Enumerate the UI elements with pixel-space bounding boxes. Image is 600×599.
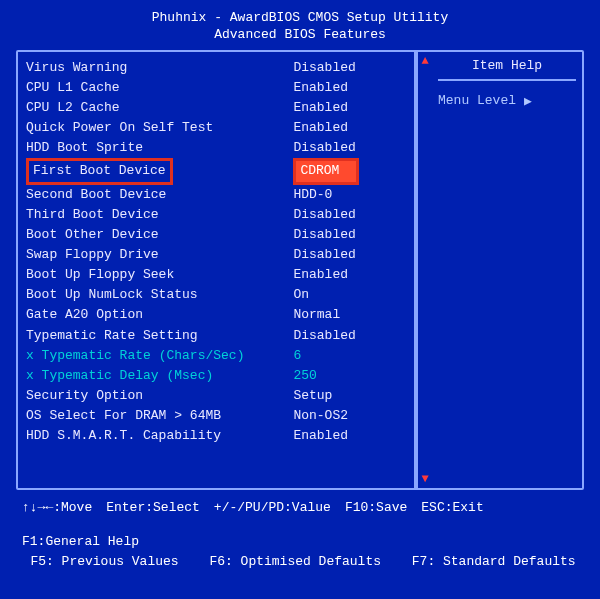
help-panel: Item Help Menu Level ▶: [432, 52, 582, 488]
setting-label: Boot Up Floppy Seek: [26, 265, 263, 285]
setting-label: Second Boot Device: [26, 185, 263, 205]
setting-label: CPU L1 Cache: [26, 78, 263, 98]
hint-exit: ESC:Exit: [421, 498, 483, 518]
scrollbar[interactable]: ▲ ▼: [416, 52, 432, 488]
setting-label: HDD Boot Sprite: [26, 138, 263, 158]
setting-label: Gate A20 Option: [26, 305, 263, 325]
hint-standard-defaults: F7: Standard Defaults: [412, 552, 576, 572]
setting-label: Security Option: [26, 386, 263, 406]
setting-value[interactable]: Disabled: [293, 225, 408, 245]
scroll-up-icon[interactable]: ▲: [418, 54, 432, 68]
setting-label: OS Select For DRAM > 64MB: [26, 406, 263, 426]
setting-row[interactable]: Boot Other DeviceDisabled: [26, 225, 408, 245]
setting-label: Boot Up NumLock Status: [26, 285, 263, 305]
item-help-heading: Item Help: [438, 58, 576, 81]
settings-list[interactable]: Virus WarningDisabledCPU L1 CacheEnabled…: [18, 52, 416, 488]
bios-title: Phuhnix - AwardBIOS CMOS Setup Utility A…: [16, 10, 584, 44]
hint-save: F10:Save: [345, 498, 407, 518]
setting-row[interactable]: HDD S.M.A.R.T. CapabilityEnabled: [26, 426, 408, 446]
setting-row[interactable]: Boot Up Floppy SeekEnabled: [26, 265, 408, 285]
setting-value[interactable]: Disabled: [293, 205, 408, 225]
menu-level: Menu Level ▶: [438, 93, 576, 109]
hint-value: +/-/PU/PD:Value: [214, 498, 331, 518]
setting-label: Swap Floppy Drive: [26, 245, 263, 265]
setting-label: First Boot Device: [26, 158, 263, 184]
setting-value[interactable]: Enabled: [293, 78, 408, 98]
footer-hints: ↑↓→←:Move Enter:Select +/-/PU/PD:Value F…: [16, 498, 584, 572]
bios-title-line1: Phuhnix - AwardBIOS CMOS Setup Utility: [16, 10, 584, 27]
setting-value[interactable]: Setup: [293, 386, 408, 406]
setting-label: Third Boot Device: [26, 205, 263, 225]
setting-label: HDD S.M.A.R.T. Capability: [26, 426, 263, 446]
main-panel: Virus WarningDisabledCPU L1 CacheEnabled…: [16, 50, 584, 490]
setting-value[interactable]: HDD-0: [293, 185, 408, 205]
hint-select: Enter:Select: [106, 498, 200, 518]
setting-label: Quick Power On Self Test: [26, 118, 263, 138]
setting-row[interactable]: OS Select For DRAM > 64MBNon-OS2: [26, 406, 408, 426]
hint-move: ↑↓→←:Move: [22, 498, 92, 518]
setting-row[interactable]: Typematic Rate SettingDisabled: [26, 326, 408, 346]
setting-label: CPU L2 Cache: [26, 98, 263, 118]
setting-value[interactable]: CDROM: [293, 158, 408, 184]
setting-value[interactable]: Normal: [293, 305, 408, 325]
setting-label: Boot Other Device: [26, 225, 263, 245]
setting-value[interactable]: Non-OS2: [293, 406, 408, 426]
setting-label: Typematic Delay (Msec): [26, 366, 263, 386]
setting-label: Typematic Rate (Chars/Sec): [26, 346, 263, 366]
hint-optimised-defaults: F6: Optimised Defaults: [209, 552, 381, 572]
setting-value[interactable]: Enabled: [293, 118, 408, 138]
menu-level-arrow-icon: ▶: [524, 93, 532, 109]
setting-value[interactable]: On: [293, 285, 408, 305]
setting-value[interactable]: Disabled: [293, 326, 408, 346]
scroll-down-icon[interactable]: ▼: [418, 472, 432, 486]
setting-row[interactable]: Gate A20 OptionNormal: [26, 305, 408, 325]
setting-row[interactable]: First Boot DeviceCDROM: [26, 158, 408, 184]
setting-value[interactable]: Disabled: [293, 58, 408, 78]
setting-label: Typematic Rate Setting: [26, 326, 263, 346]
setting-row[interactable]: Typematic Delay (Msec)250: [26, 366, 408, 386]
hint-help: F1:General Help: [22, 532, 139, 552]
setting-value[interactable]: Enabled: [293, 265, 408, 285]
setting-row[interactable]: Third Boot DeviceDisabled: [26, 205, 408, 225]
setting-value[interactable]: Disabled: [293, 245, 408, 265]
menu-level-label: Menu Level: [438, 93, 516, 108]
bios-title-line2: Advanced BIOS Features: [16, 27, 584, 44]
setting-row[interactable]: Second Boot DeviceHDD-0: [26, 185, 408, 205]
setting-value[interactable]: 6: [293, 346, 408, 366]
setting-value[interactable]: Disabled: [293, 138, 408, 158]
setting-row[interactable]: Virus WarningDisabled: [26, 58, 408, 78]
setting-value[interactable]: Enabled: [293, 98, 408, 118]
setting-row[interactable]: Boot Up NumLock StatusOn: [26, 285, 408, 305]
setting-row[interactable]: CPU L1 CacheEnabled: [26, 78, 408, 98]
setting-row[interactable]: Quick Power On Self TestEnabled: [26, 118, 408, 138]
setting-row[interactable]: Security OptionSetup: [26, 386, 408, 406]
setting-row[interactable]: Typematic Rate (Chars/Sec)6: [26, 346, 408, 366]
hint-prev-values: F5: Previous Values: [30, 552, 178, 572]
setting-row[interactable]: Swap Floppy DriveDisabled: [26, 245, 408, 265]
setting-row[interactable]: HDD Boot SpriteDisabled: [26, 138, 408, 158]
setting-label: Virus Warning: [26, 58, 263, 78]
setting-row[interactable]: CPU L2 CacheEnabled: [26, 98, 408, 118]
setting-value[interactable]: Enabled: [293, 426, 408, 446]
setting-value[interactable]: 250: [293, 366, 408, 386]
